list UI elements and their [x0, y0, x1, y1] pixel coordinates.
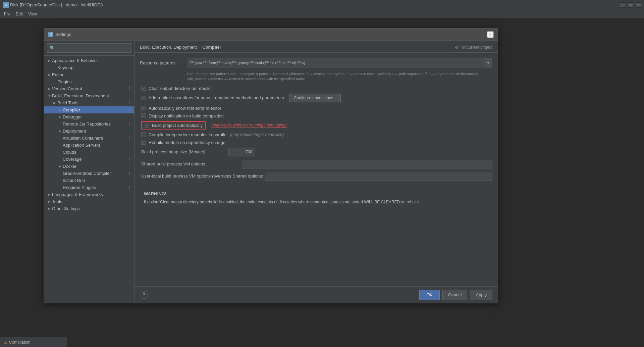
apply-button[interactable]: Apply	[470, 290, 492, 300]
sidebar-item-build-tools[interactable]: ▶ Build Tools ⤴	[44, 99, 134, 106]
checkbox-build-auto-box[interactable]	[145, 123, 149, 128]
expand-arrow-deployment: ▶	[57, 129, 63, 133]
sidebar-item-languages[interactable]: ▶ Languages & Frameworks	[44, 191, 134, 198]
heap-size-input[interactable]	[228, 148, 255, 156]
user-vm-label: User-local build process VM options (ove…	[141, 174, 265, 179]
shared-vm-label: Shared build process VM options:	[141, 161, 242, 166]
sidebar-label-app-servers: Application Servers	[63, 143, 131, 148]
sidebar-item-required-plugins[interactable]: ▶ Required Plugins ⤴	[44, 184, 134, 191]
sidebar-label-debugger: Debugger	[63, 114, 131, 119]
settings-icon: ⚙	[48, 32, 53, 37]
sidebar-item-appearance[interactable]: ▶ Appearance & Behavior	[44, 57, 134, 64]
window-title: Disk [D:\OpenSource\Disk] - demo - Intel…	[10, 2, 103, 7]
breadcrumb: Build, Execution, Deployment › Compiler …	[140, 45, 492, 50]
sidebar-item-debugger[interactable]: ▶ Debugger	[44, 113, 134, 120]
sidebar-item-editor[interactable]: ▶ Editor	[44, 71, 134, 78]
sidebar-label-keymap: Keymap	[57, 65, 131, 70]
user-vm-row: User-local build process VM options (ove…	[140, 172, 492, 181]
checkbox-clear-output-label: Clear output directory on rebuild	[149, 86, 211, 91]
checkbox-show-first-error-box[interactable]	[141, 106, 146, 110]
expand-arrow-editor: ▶	[47, 73, 52, 77]
settings-sidebar: ▶ Appearance & Behavior ▶ Keymap ▶ Edito…	[44, 41, 135, 303]
sidebar-item-gradle-android[interactable]: ▶ Gradle-Android Compiler ⤴	[44, 170, 134, 177]
sidebar-item-keymap[interactable]: ▶ Keymap	[44, 64, 134, 71]
checkbox-clear-output-box[interactable]	[141, 86, 146, 91]
sidebar-item-build-exec[interactable]: ▼ Build, Execution, Deployment	[44, 92, 134, 99]
checkbox-runtime-assertions-box[interactable]	[141, 96, 146, 100]
repo-icon-vc: ⤴	[127, 87, 131, 91]
checkbox-compile-parallel-note: (may require larger heap size)	[230, 132, 284, 137]
compilation-tab[interactable]: ⚠ Compilation	[0, 337, 67, 347]
user-vm-input[interactable]	[265, 172, 492, 181]
shared-vm-row: Shared build process VM options:	[140, 160, 492, 168]
search-input[interactable]	[47, 43, 131, 53]
menu-file[interactable]: File	[1, 11, 13, 17]
resource-patterns-button[interactable]: ▼	[484, 58, 492, 67]
help-button[interactable]: ?	[140, 291, 148, 299]
sidebar-item-clouds[interactable]: ▶ Clouds	[44, 149, 134, 156]
sidebar-label-remote-jar: Remote Jar Repositories	[63, 121, 125, 127]
sidebar-item-tools[interactable]: ▶ Tools	[44, 198, 134, 205]
sidebar-label-clouds: Clouds	[63, 150, 131, 155]
content-scroll: Resource patterns: ▼ Use ; to separate p…	[135, 53, 498, 286]
sidebar-label-vc: Version Control	[52, 86, 125, 91]
modal-close-button[interactable]: ×	[487, 31, 494, 38]
sidebar-label-coverage: Coverage	[63, 157, 125, 162]
minimize-button[interactable]: −	[620, 2, 625, 8]
sidebar-label-build-exec: Build, Execution, Deployment	[52, 93, 131, 98]
sidebar-item-coverage[interactable]: ▶ Coverage ⤴	[44, 156, 134, 163]
expand-arrow-vc: ▶	[47, 87, 52, 91]
breadcrumb-part1: Build, Execution, Deployment	[140, 45, 197, 50]
ok-button[interactable]: OK	[419, 290, 440, 300]
breadcrumb-separator: ›	[199, 45, 200, 50]
sidebar-label-languages: Languages & Frameworks	[52, 192, 131, 197]
sidebar-item-docker[interactable]: ▶ Docker	[44, 163, 134, 170]
checkbox-display-notification-label: Display notification on build completion	[149, 113, 224, 118]
ide-background: File Edit View ⚙ Settings × ▶ Appearanc	[0, 10, 644, 347]
maximize-button[interactable]: □	[628, 2, 633, 8]
sidebar-item-version-control[interactable]: ▶ Version Control ⤴	[44, 85, 134, 92]
checkbox-display-notification-box[interactable]	[141, 113, 146, 118]
checkbox-build-auto-note: (only works while not running / debuggin…	[211, 123, 287, 128]
sidebar-label-other-settings: Other Settings	[52, 206, 131, 211]
menu-edit[interactable]: Edit	[13, 11, 25, 17]
menu-view[interactable]: View	[25, 11, 40, 17]
settings-dialog: ⚙ Settings × ▶ Appearance & Behavior	[44, 28, 498, 303]
sidebar-item-deployment[interactable]: ▶ Deployment	[44, 128, 134, 135]
resource-patterns-input[interactable]	[187, 58, 484, 67]
breadcrumb-part2: Compiler	[202, 45, 221, 50]
ide-menubar: File Edit View	[0, 10, 644, 18]
sidebar-item-compiler[interactable]: ▶ Compiler ⤴	[44, 106, 134, 113]
sidebar-label-arquillian: Arquillian Containers	[63, 136, 125, 141]
sidebar-item-app-servers[interactable]: ▶ Application Servers	[44, 142, 134, 149]
sidebar-item-remote-jar[interactable]: ▶ Remote Jar Repositories ⤴	[44, 120, 134, 128]
modal-footer: ? OK Cancel Apply	[135, 286, 498, 303]
shared-vm-input[interactable]	[242, 160, 492, 168]
sidebar-label-docker: Docker	[63, 164, 131, 169]
sidebar-label-required-plugins: Required Plugins	[63, 185, 125, 190]
repo-icon-coverage: ⤴	[127, 157, 131, 162]
repo-icon-build-tools: ⤴	[127, 101, 131, 105]
window-titlebar: D Disk [D:\OpenSource\Disk] - demo - Int…	[0, 0, 644, 10]
sidebar-label-build-tools: Build Tools	[57, 100, 125, 105]
compilation-tab-label: Compilation	[9, 340, 30, 345]
sidebar-item-plugins[interactable]: ▶ Plugins	[44, 78, 134, 85]
cancel-button[interactable]: Cancel	[442, 290, 467, 300]
checkbox-display-notification: Display notification on build completion	[140, 113, 492, 118]
checkbox-clear-output: Clear output directory on rebuild	[140, 86, 492, 91]
close-window-button[interactable]: ×	[636, 2, 641, 8]
sidebar-item-instant-run[interactable]: ▶ Instant Run	[44, 177, 134, 184]
sidebar-item-arquillian[interactable]: ▶ Arquillian Containers ⤴	[44, 135, 134, 142]
checkbox-compile-parallel-box[interactable]	[141, 132, 146, 137]
configure-annotations-button[interactable]: Configure annotations...	[289, 94, 341, 102]
resource-hint: Use ; to separate patterns and ! to nega…	[140, 71, 492, 82]
expand-arrow-languages: ▶	[47, 193, 52, 196]
sidebar-item-other-settings[interactable]: ▶ Other Settings	[44, 205, 134, 212]
sidebar-label-editor: Editor	[52, 72, 131, 77]
sidebar-label-instant-run: Instant Run	[63, 178, 131, 183]
warning-section: WARNING! If option 'Clear output directo…	[140, 187, 492, 209]
repo-icon-compiler: ⤴	[127, 108, 131, 112]
checkbox-build-auto-row: Build project automatically (only works …	[140, 121, 492, 130]
checkbox-rebuild-dependency-box[interactable]	[141, 140, 146, 145]
checkbox-compile-parallel: Compile independent modules in parallel …	[140, 132, 492, 137]
